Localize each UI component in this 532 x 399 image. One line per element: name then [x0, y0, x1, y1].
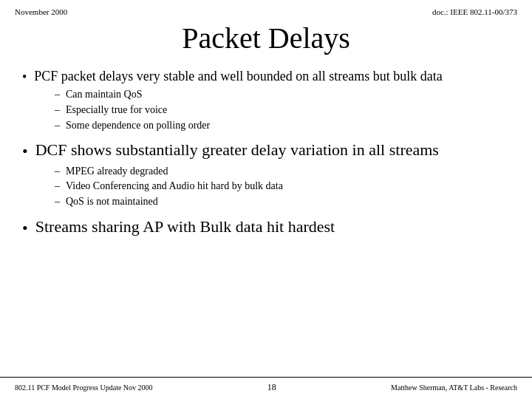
- bullet-text-2: DCF shows substantially greater delay va…: [35, 140, 439, 161]
- sub-bullets-2: – MPEG already degraded – Video Conferen…: [55, 164, 510, 209]
- bullet-item-1: • PCF packet delays very stable and well…: [22, 67, 510, 135]
- sub-bullet-text-2-2: Video Conferencing and Audio hit hard by…: [66, 179, 283, 194]
- bullet-text-3: Streams sharing AP with Bulk data hit ha…: [35, 216, 335, 238]
- footer-right: Matthew Sherman, AT&T Labs - Research: [391, 383, 517, 392]
- sub-bullet-2-1: – MPEG already degraded: [55, 164, 510, 179]
- header-date: November 2000: [15, 7, 67, 16]
- sub-bullet-1-2: – Especially true for voice: [55, 103, 510, 117]
- footer: 802.11 PCF Model Progress Update Nov 200…: [0, 377, 532, 399]
- sub-dash-1-2: –: [55, 103, 60, 117]
- bullet-dot-3: •: [22, 218, 28, 239]
- content-area: • PCF packet delays very stable and well…: [0, 64, 532, 377]
- sub-bullet-2-3: – QoS is not maintained: [55, 194, 510, 209]
- sub-dash-1-1: –: [55, 87, 60, 102]
- bullet-item-2: • DCF shows substantially greater delay …: [22, 140, 510, 211]
- sub-dash-2-3: –: [55, 194, 60, 209]
- bullet-text-1: PCF packet delays very stable and well b…: [34, 67, 442, 85]
- sub-dash-2-1: –: [55, 164, 60, 179]
- sub-bullet-1-3: – Some dependence on polling order: [55, 118, 510, 133]
- page: November 2000 doc.: IEEE 802.11-00/373 P…: [0, 0, 532, 399]
- sub-bullet-text-1-3: Some dependence on polling order: [66, 118, 210, 133]
- title-area: Packet Delays: [0, 19, 532, 64]
- header: November 2000 doc.: IEEE 802.11-00/373: [0, 0, 532, 19]
- bullet-dot-2: •: [22, 141, 28, 163]
- footer-left: 802.11 PCF Model Progress Update Nov 200…: [15, 383, 153, 392]
- sub-bullets-1: – Can maintain QoS – Especially true for…: [55, 87, 510, 132]
- sub-bullet-text-1-2: Especially true for voice: [66, 103, 167, 117]
- sub-bullet-text-1-1: Can maintain QoS: [66, 87, 142, 102]
- sub-dash-2-2: –: [55, 179, 60, 194]
- bullet-item-3: • Streams sharing AP with Bulk data hit …: [22, 216, 510, 239]
- sub-dash-1-3: –: [55, 118, 60, 133]
- sub-bullet-2-2: – Video Conferencing and Audio hit hard …: [55, 179, 510, 194]
- header-doc: doc.: IEEE 802.11-00/373: [432, 7, 517, 16]
- page-title: Packet Delays: [182, 21, 350, 55]
- bullet-dot-1: •: [22, 69, 27, 86]
- sub-bullet-1-1: – Can maintain QoS: [55, 87, 510, 102]
- sub-bullet-text-2-1: MPEG already degraded: [66, 164, 168, 179]
- footer-page-number: 18: [267, 382, 276, 393]
- sub-bullet-text-2-3: QoS is not maintained: [66, 194, 158, 209]
